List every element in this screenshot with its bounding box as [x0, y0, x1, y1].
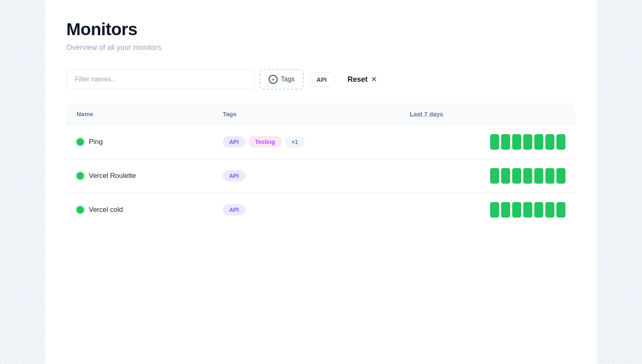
- uptime-bar: [556, 202, 565, 218]
- uptime-bar: [556, 168, 565, 184]
- tag-pill[interactable]: +1: [285, 136, 305, 148]
- uptime-bar: [501, 202, 510, 218]
- col-name: Name: [67, 103, 213, 125]
- uptime-bar: [490, 134, 499, 150]
- monitor-name: Vercel cold: [89, 206, 123, 214]
- table-row[interactable]: Vercel Roulette API: [67, 159, 576, 193]
- uptime-bar: [501, 134, 510, 150]
- tags-filter-button[interactable]: + Tags: [260, 69, 304, 90]
- table-row[interactable]: Vercel cold API: [67, 193, 576, 227]
- uptime-bar: [512, 134, 521, 150]
- monitor-name-cell: Ping: [67, 125, 213, 159]
- tags-button-label: Tags: [281, 76, 295, 83]
- uptime-bars-cell: [400, 159, 576, 193]
- api-filter-badge[interactable]: API: [309, 72, 335, 87]
- monitors-table: Name Tags Last 7 days Ping APITesting+1 …: [66, 103, 576, 227]
- uptime-bar: [556, 134, 565, 150]
- uptime-bar: [534, 168, 543, 184]
- table-row[interactable]: Ping APITesting+1: [67, 125, 576, 159]
- uptime-bar: [523, 134, 532, 150]
- plus-circle-icon: +: [269, 75, 278, 84]
- close-icon: ✕: [371, 75, 377, 84]
- uptime-bar: [545, 134, 554, 150]
- tag-pill[interactable]: API: [223, 170, 245, 182]
- page-subtitle: Overview of all your monitors.: [66, 43, 576, 52]
- monitor-tags-cell: API: [213, 193, 400, 227]
- status-dot: [77, 172, 84, 180]
- monitor-tags-cell: APITesting+1: [213, 125, 400, 159]
- monitor-name: Ping: [89, 138, 103, 146]
- filter-names-input[interactable]: [66, 70, 255, 89]
- monitor-name-cell: Vercel cold: [67, 193, 213, 227]
- uptime-bar: [490, 202, 499, 218]
- uptime-bars-cell: [400, 193, 576, 227]
- uptime-bar: [534, 134, 543, 150]
- uptime-bar: [545, 202, 554, 218]
- uptime-bar: [534, 202, 543, 218]
- uptime-bar: [490, 168, 499, 184]
- uptime-bar: [523, 202, 532, 218]
- uptime-bar: [512, 168, 521, 184]
- monitor-name: Vercel Roulette: [89, 172, 136, 180]
- reset-button[interactable]: Reset ✕: [339, 70, 385, 89]
- uptime-bar: [545, 168, 554, 184]
- uptime-bar: [512, 202, 521, 218]
- page-title: Monitors: [66, 20, 576, 39]
- tag-pill[interactable]: Testing: [249, 136, 282, 148]
- reset-label: Reset: [348, 75, 368, 84]
- col-tags: Tags: [213, 103, 400, 125]
- status-dot: [77, 138, 84, 146]
- uptime-bars-cell: [400, 125, 576, 159]
- uptime-bar: [501, 168, 510, 184]
- tag-pill[interactable]: API: [223, 136, 245, 148]
- table-header-row: Name Tags Last 7 days: [67, 103, 576, 125]
- uptime-bar: [523, 168, 532, 184]
- filter-bar: + Tags API Reset ✕: [66, 69, 576, 90]
- status-dot: [77, 206, 84, 213]
- main-container: Monitors Overview of all your monitors. …: [45, 0, 597, 364]
- tag-pill[interactable]: API: [223, 204, 245, 216]
- col-last7days[interactable]: Last 7 days: [400, 103, 576, 125]
- monitor-tags-cell: API: [213, 159, 400, 193]
- monitor-name-cell: Vercel Roulette: [67, 159, 213, 193]
